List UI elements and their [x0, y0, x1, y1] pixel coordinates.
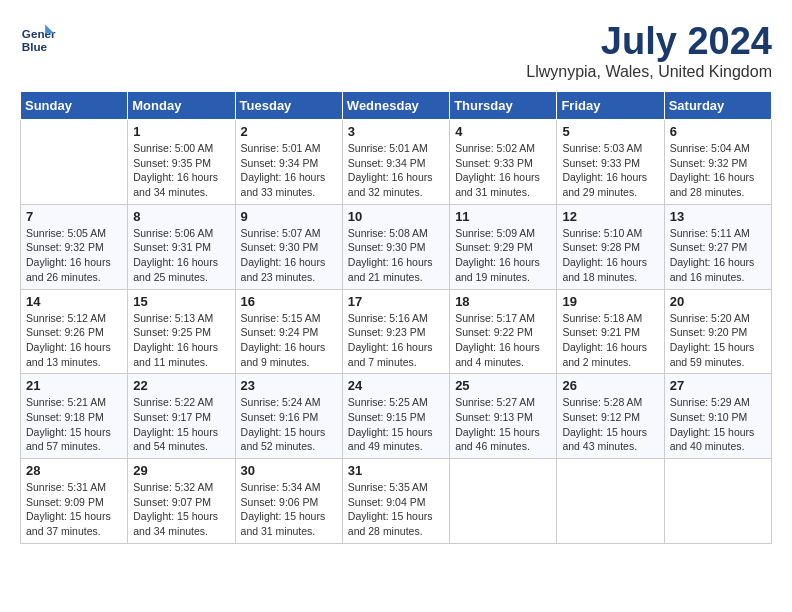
day-number: 5 [562, 124, 658, 139]
day-detail: Sunrise: 5:00 AMSunset: 9:35 PMDaylight:… [133, 141, 229, 200]
day-cell: 17Sunrise: 5:16 AMSunset: 9:23 PMDayligh… [342, 289, 449, 374]
day-number: 11 [455, 209, 551, 224]
day-number: 22 [133, 378, 229, 393]
day-cell [21, 120, 128, 205]
day-number: 30 [241, 463, 337, 478]
day-cell: 13Sunrise: 5:11 AMSunset: 9:27 PMDayligh… [664, 204, 771, 289]
day-number: 19 [562, 294, 658, 309]
logo-icon: General Blue [20, 20, 56, 56]
day-cell: 21Sunrise: 5:21 AMSunset: 9:18 PMDayligh… [21, 374, 128, 459]
day-detail: Sunrise: 5:13 AMSunset: 9:25 PMDaylight:… [133, 311, 229, 370]
day-detail: Sunrise: 5:10 AMSunset: 9:28 PMDaylight:… [562, 226, 658, 285]
weekday-header-friday: Friday [557, 92, 664, 120]
day-number: 14 [26, 294, 122, 309]
day-detail: Sunrise: 5:05 AMSunset: 9:32 PMDaylight:… [26, 226, 122, 285]
week-row-3: 14Sunrise: 5:12 AMSunset: 9:26 PMDayligh… [21, 289, 772, 374]
logo: General Blue [20, 20, 56, 56]
day-number: 4 [455, 124, 551, 139]
week-row-5: 28Sunrise: 5:31 AMSunset: 9:09 PMDayligh… [21, 459, 772, 544]
day-detail: Sunrise: 5:32 AMSunset: 9:07 PMDaylight:… [133, 480, 229, 539]
day-detail: Sunrise: 5:22 AMSunset: 9:17 PMDaylight:… [133, 395, 229, 454]
day-detail: Sunrise: 5:17 AMSunset: 9:22 PMDaylight:… [455, 311, 551, 370]
day-cell: 8Sunrise: 5:06 AMSunset: 9:31 PMDaylight… [128, 204, 235, 289]
day-cell: 24Sunrise: 5:25 AMSunset: 9:15 PMDayligh… [342, 374, 449, 459]
day-cell: 1Sunrise: 5:00 AMSunset: 9:35 PMDaylight… [128, 120, 235, 205]
day-number: 13 [670, 209, 766, 224]
weekday-header-saturday: Saturday [664, 92, 771, 120]
day-cell: 22Sunrise: 5:22 AMSunset: 9:17 PMDayligh… [128, 374, 235, 459]
day-cell: 7Sunrise: 5:05 AMSunset: 9:32 PMDaylight… [21, 204, 128, 289]
day-cell: 19Sunrise: 5:18 AMSunset: 9:21 PMDayligh… [557, 289, 664, 374]
week-row-4: 21Sunrise: 5:21 AMSunset: 9:18 PMDayligh… [21, 374, 772, 459]
day-cell: 26Sunrise: 5:28 AMSunset: 9:12 PMDayligh… [557, 374, 664, 459]
day-detail: Sunrise: 5:16 AMSunset: 9:23 PMDaylight:… [348, 311, 444, 370]
day-cell: 16Sunrise: 5:15 AMSunset: 9:24 PMDayligh… [235, 289, 342, 374]
weekday-header-thursday: Thursday [450, 92, 557, 120]
day-cell: 5Sunrise: 5:03 AMSunset: 9:33 PMDaylight… [557, 120, 664, 205]
day-cell: 28Sunrise: 5:31 AMSunset: 9:09 PMDayligh… [21, 459, 128, 544]
day-number: 2 [241, 124, 337, 139]
day-cell: 9Sunrise: 5:07 AMSunset: 9:30 PMDaylight… [235, 204, 342, 289]
day-number: 7 [26, 209, 122, 224]
day-cell: 18Sunrise: 5:17 AMSunset: 9:22 PMDayligh… [450, 289, 557, 374]
day-number: 31 [348, 463, 444, 478]
day-cell: 2Sunrise: 5:01 AMSunset: 9:34 PMDaylight… [235, 120, 342, 205]
day-number: 10 [348, 209, 444, 224]
day-cell: 10Sunrise: 5:08 AMSunset: 9:30 PMDayligh… [342, 204, 449, 289]
day-number: 28 [26, 463, 122, 478]
day-detail: Sunrise: 5:21 AMSunset: 9:18 PMDaylight:… [26, 395, 122, 454]
day-cell: 30Sunrise: 5:34 AMSunset: 9:06 PMDayligh… [235, 459, 342, 544]
day-cell: 11Sunrise: 5:09 AMSunset: 9:29 PMDayligh… [450, 204, 557, 289]
day-detail: Sunrise: 5:02 AMSunset: 9:33 PMDaylight:… [455, 141, 551, 200]
day-detail: Sunrise: 5:35 AMSunset: 9:04 PMDaylight:… [348, 480, 444, 539]
day-number: 21 [26, 378, 122, 393]
day-detail: Sunrise: 5:24 AMSunset: 9:16 PMDaylight:… [241, 395, 337, 454]
day-cell: 31Sunrise: 5:35 AMSunset: 9:04 PMDayligh… [342, 459, 449, 544]
day-number: 16 [241, 294, 337, 309]
day-cell [450, 459, 557, 544]
day-cell: 12Sunrise: 5:10 AMSunset: 9:28 PMDayligh… [557, 204, 664, 289]
day-detail: Sunrise: 5:11 AMSunset: 9:27 PMDaylight:… [670, 226, 766, 285]
day-cell: 4Sunrise: 5:02 AMSunset: 9:33 PMDaylight… [450, 120, 557, 205]
week-row-1: 1Sunrise: 5:00 AMSunset: 9:35 PMDaylight… [21, 120, 772, 205]
day-detail: Sunrise: 5:28 AMSunset: 9:12 PMDaylight:… [562, 395, 658, 454]
week-row-2: 7Sunrise: 5:05 AMSunset: 9:32 PMDaylight… [21, 204, 772, 289]
day-number: 29 [133, 463, 229, 478]
weekday-header-sunday: Sunday [21, 92, 128, 120]
weekday-header-monday: Monday [128, 92, 235, 120]
day-number: 8 [133, 209, 229, 224]
day-detail: Sunrise: 5:12 AMSunset: 9:26 PMDaylight:… [26, 311, 122, 370]
day-number: 23 [241, 378, 337, 393]
day-number: 15 [133, 294, 229, 309]
day-number: 25 [455, 378, 551, 393]
day-detail: Sunrise: 5:01 AMSunset: 9:34 PMDaylight:… [241, 141, 337, 200]
day-number: 27 [670, 378, 766, 393]
day-detail: Sunrise: 5:29 AMSunset: 9:10 PMDaylight:… [670, 395, 766, 454]
day-cell: 27Sunrise: 5:29 AMSunset: 9:10 PMDayligh… [664, 374, 771, 459]
day-number: 18 [455, 294, 551, 309]
day-cell: 6Sunrise: 5:04 AMSunset: 9:32 PMDaylight… [664, 120, 771, 205]
weekday-header-row: SundayMondayTuesdayWednesdayThursdayFrid… [21, 92, 772, 120]
day-number: 26 [562, 378, 658, 393]
day-detail: Sunrise: 5:09 AMSunset: 9:29 PMDaylight:… [455, 226, 551, 285]
day-detail: Sunrise: 5:07 AMSunset: 9:30 PMDaylight:… [241, 226, 337, 285]
main-title: July 2024 [526, 20, 772, 63]
day-cell: 20Sunrise: 5:20 AMSunset: 9:20 PMDayligh… [664, 289, 771, 374]
day-detail: Sunrise: 5:01 AMSunset: 9:34 PMDaylight:… [348, 141, 444, 200]
subtitle: Llwynypia, Wales, United Kingdom [526, 63, 772, 81]
day-number: 9 [241, 209, 337, 224]
day-cell [664, 459, 771, 544]
day-number: 3 [348, 124, 444, 139]
day-cell: 3Sunrise: 5:01 AMSunset: 9:34 PMDaylight… [342, 120, 449, 205]
day-cell: 29Sunrise: 5:32 AMSunset: 9:07 PMDayligh… [128, 459, 235, 544]
day-detail: Sunrise: 5:31 AMSunset: 9:09 PMDaylight:… [26, 480, 122, 539]
day-number: 12 [562, 209, 658, 224]
day-number: 6 [670, 124, 766, 139]
day-detail: Sunrise: 5:27 AMSunset: 9:13 PMDaylight:… [455, 395, 551, 454]
weekday-header-wednesday: Wednesday [342, 92, 449, 120]
title-section: July 2024 Llwynypia, Wales, United Kingd… [526, 20, 772, 81]
weekday-header-tuesday: Tuesday [235, 92, 342, 120]
header: General Blue July 2024 Llwynypia, Wales,… [20, 20, 772, 81]
day-detail: Sunrise: 5:04 AMSunset: 9:32 PMDaylight:… [670, 141, 766, 200]
day-detail: Sunrise: 5:15 AMSunset: 9:24 PMDaylight:… [241, 311, 337, 370]
